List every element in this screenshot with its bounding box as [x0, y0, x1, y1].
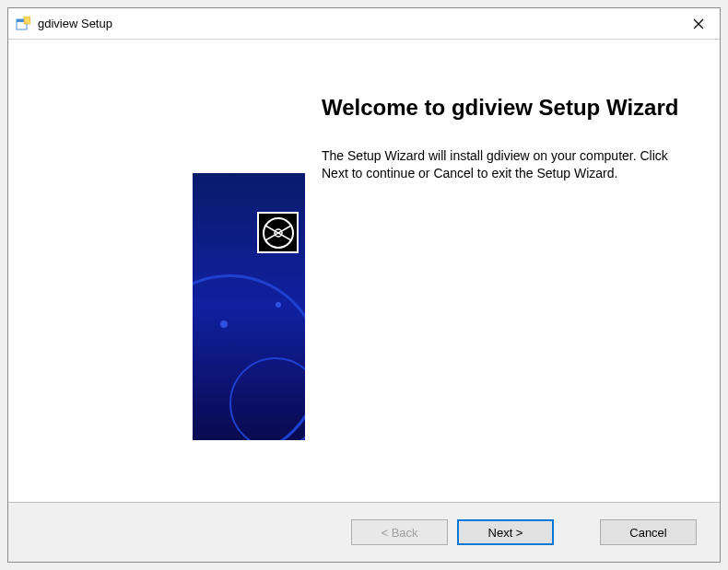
next-button[interactable]: Next >: [457, 519, 554, 545]
window-title: gdiview Setup: [38, 17, 112, 30]
wizard-heading: Welcome to gdiview Setup Wizard: [322, 95, 683, 122]
close-icon: [693, 18, 704, 29]
setup-wizard-window: gdiview Setup: [7, 7, 721, 563]
banner-disc-icon: [257, 212, 299, 253]
button-bar: < Back Next > Cancel: [8, 502, 720, 562]
wizard-banner: [193, 173, 305, 440]
svg-rect-4: [24, 17, 30, 24]
installer-icon: [16, 17, 30, 31]
back-button: < Back: [351, 519, 448, 545]
wizard-content: Welcome to gdiview Setup Wizard The Setu…: [8, 40, 720, 562]
main-area: Welcome to gdiview Setup Wizard The Setu…: [8, 40, 720, 502]
titlebar: gdiview Setup: [8, 8, 720, 40]
wizard-body-text: The Setup Wizard will install gdiview on…: [322, 147, 683, 183]
cancel-button[interactable]: Cancel: [600, 519, 697, 545]
close-button[interactable]: [677, 8, 720, 39]
